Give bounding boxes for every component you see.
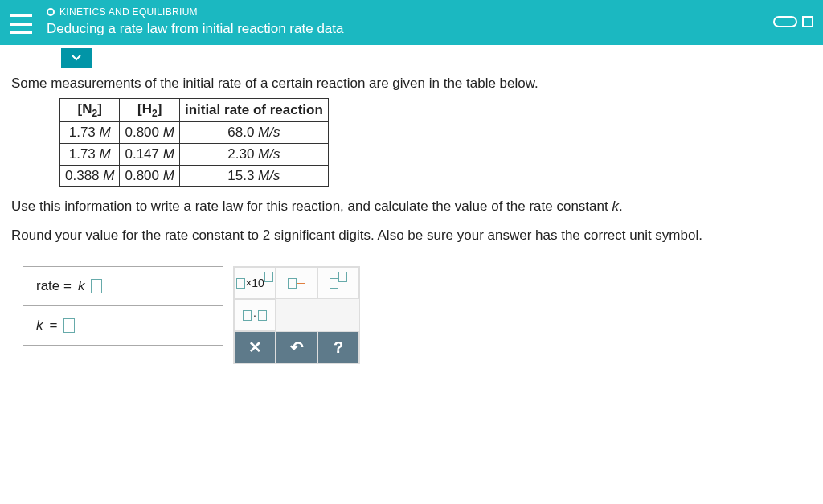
rate-label: rate = xyxy=(36,278,72,294)
category-label: KINETICS AND EQUILIBRIUM xyxy=(47,6,343,18)
answer-area: rate = k k k = = ×10 xyxy=(23,266,812,364)
palette-superscript[interactable] xyxy=(317,267,359,299)
data-table: [N2] [H2] initial rate of reaction 1.73 … xyxy=(59,98,329,187)
rate-placeholder-icon[interactable] xyxy=(91,279,102,293)
category-dot-icon xyxy=(47,8,55,16)
header-text: KINETICS AND EQUILIBRIUM Deducing a rate… xyxy=(47,6,343,37)
cell-n2: 0.388 M xyxy=(60,166,120,187)
cell-rate: 15.3 M/s xyxy=(179,166,328,187)
help-button[interactable]: ? xyxy=(317,331,359,363)
window-controls xyxy=(773,16,813,27)
rate-law-input[interactable]: rate = k xyxy=(23,266,223,306)
k-placeholder-icon[interactable] xyxy=(63,318,75,333)
cell-n2: 1.73 M xyxy=(60,144,120,166)
table-row: 1.73 M 0.800 M 68.0 M/s xyxy=(60,122,329,144)
prompt-intro: Some measurements of the initial rate of… xyxy=(11,76,812,92)
chevron-down-icon xyxy=(72,55,81,61)
prompt-round: Round your value for the rate constant t… xyxy=(11,227,812,244)
col-header-h2: [H2] xyxy=(120,99,179,122)
menu-icon[interactable] xyxy=(10,14,32,34)
prompt-task: Use this information to write a rate law… xyxy=(11,199,812,215)
cell-h2: 0.147 M xyxy=(120,144,179,166)
table-header-row: [N2] [H2] initial rate of reaction xyxy=(60,99,329,122)
cell-h2: 0.800 M xyxy=(120,122,179,144)
input-palette: ×10 · ✕ ↶ ? xyxy=(233,266,360,364)
palette-subscript[interactable] xyxy=(276,267,317,299)
col-header-rate: initial rate of reaction xyxy=(179,99,328,122)
k-symbol: k xyxy=(36,318,43,334)
palette-multiply-dot[interactable]: · xyxy=(234,299,276,331)
answer-fields: rate = k k k = = xyxy=(23,266,223,364)
content-area: Some measurements of the initial rate of… xyxy=(0,48,823,364)
dropdown-tab[interactable] xyxy=(61,48,92,68)
category-text: KINETICS AND EQUILIBRIUM xyxy=(59,6,198,18)
cell-rate: 68.0 M/s xyxy=(179,122,328,144)
cell-n2: 1.73 M xyxy=(60,122,120,144)
palette-sci-notation[interactable]: ×10 xyxy=(234,267,276,299)
col-header-n2: [N2] xyxy=(60,99,120,122)
rate-constant-input[interactable]: k k = = xyxy=(23,306,223,346)
k-symbol: k xyxy=(78,278,85,294)
page-title: Deducing a rate law from initial reactio… xyxy=(47,21,343,37)
cell-rate: 2.30 M/s xyxy=(179,144,328,166)
equals-text: = xyxy=(50,318,58,334)
cell-h2: 0.800 M xyxy=(120,166,179,187)
undo-button[interactable]: ↶ xyxy=(276,331,317,363)
table-row: 0.388 M 0.800 M 15.3 M/s xyxy=(60,166,329,187)
table-row: 1.73 M 0.147 M 2.30 M/s xyxy=(60,144,329,166)
clear-button[interactable]: ✕ xyxy=(234,331,276,363)
app-header: KINETICS AND EQUILIBRIUM Deducing a rate… xyxy=(0,0,823,48)
window-square-icon[interactable] xyxy=(802,16,813,27)
window-pill-icon[interactable] xyxy=(773,16,797,27)
